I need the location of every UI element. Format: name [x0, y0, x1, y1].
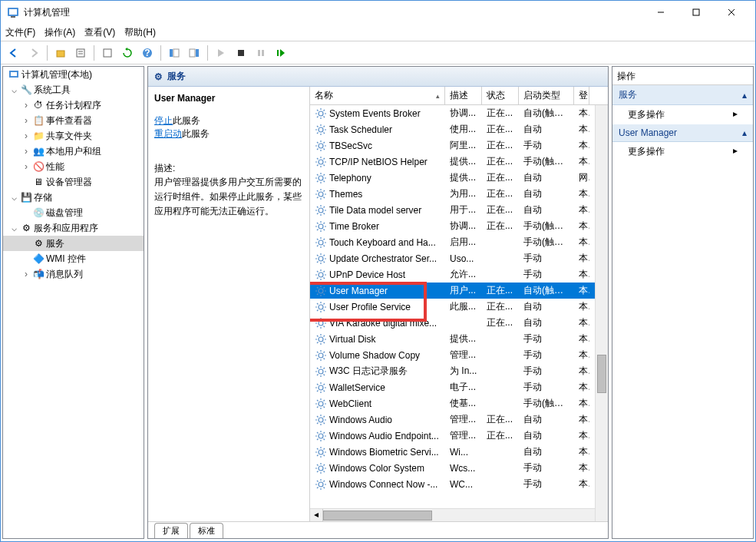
menu-help[interactable]: 帮助(H): [124, 26, 156, 39]
back-button[interactable]: [5, 45, 22, 61]
actions-section-services[interactable]: 服务 ▴: [612, 85, 753, 105]
svg-line-112: [317, 261, 319, 263]
expand-icon[interactable]: ›: [21, 115, 31, 126]
service-row[interactable]: Tile Data model server用于...正在...自动本: [310, 202, 608, 218]
svg-line-167: [324, 352, 325, 353]
service-row[interactable]: VIA Karaoke digital mixe...正在...自动本: [310, 315, 608, 331]
service-row[interactable]: WebClient使基...手动(触发...本: [310, 395, 608, 411]
start-service-button[interactable]: [213, 45, 229, 61]
col-logon[interactable]: 登: [574, 87, 589, 104]
forward-button[interactable]: [25, 45, 42, 61]
menu-view[interactable]: 查看(V): [84, 26, 115, 39]
service-status: 正在...: [482, 123, 519, 136]
stop-service-button[interactable]: [233, 45, 249, 61]
tree-svc-apps[interactable]: ⌵⚙服务和应用程序: [3, 220, 144, 236]
svg-line-174: [324, 374, 325, 375]
minimize-button[interactable]: [643, 1, 678, 24]
expand-icon[interactable]: ›: [21, 161, 31, 172]
tree-services[interactable]: ⚙服务: [3, 236, 144, 251]
svg-point-168: [319, 369, 323, 374]
tab-standard[interactable]: 标准: [190, 523, 223, 538]
service-name: Update Orchestrator Ser...: [329, 253, 437, 264]
service-row[interactable]: Windows Connect Now -...WC...手动本: [310, 476, 608, 492]
stop-link[interactable]: 停止: [154, 115, 173, 126]
svg-rect-11: [104, 49, 111, 57]
tree-disk-mgmt[interactable]: 💿磁盘管理: [3, 205, 144, 220]
show-hide-tree-button[interactable]: [166, 45, 183, 61]
service-logon: 本: [574, 461, 589, 474]
tree-sys-tools[interactable]: ⌵🔧系统工具: [3, 82, 144, 97]
restart-link[interactable]: 重启动: [154, 128, 182, 139]
horizontal-scrollbar[interactable]: ◂ ▸: [310, 508, 608, 521]
service-row[interactable]: W3C 日志记录服务为 In...手动本: [310, 363, 608, 379]
up-button[interactable]: [52, 45, 69, 61]
expand-icon[interactable]: ⌵: [9, 84, 18, 95]
tree-shared-folders[interactable]: ›📁共享文件夹: [3, 128, 144, 144]
service-row[interactable]: Windows Biometric Servi...Wi...自动本: [310, 444, 608, 460]
service-row[interactable]: Touch Keyboard and Ha...启用...手动(触发...本: [310, 234, 608, 250]
maximize-button[interactable]: [678, 1, 714, 24]
expand-icon[interactable]: ›: [21, 269, 31, 279]
col-status[interactable]: 状态: [482, 87, 519, 104]
service-row[interactable]: Windows Color SystemWcs...手动本: [310, 460, 608, 476]
tree-local-users[interactable]: ›👥本地用户和组: [3, 144, 144, 159]
properties-button[interactable]: [72, 45, 89, 61]
service-row[interactable]: Volume Shadow Copy管理...手动本: [310, 347, 608, 363]
service-desc: 管理...: [445, 349, 482, 362]
service-status: 正在...: [482, 300, 519, 313]
expand-icon[interactable]: ›: [21, 146, 31, 157]
service-name: Touch Keyboard and Ha...: [329, 237, 436, 248]
expand-icon[interactable]: ›: [21, 131, 31, 141]
svg-line-191: [317, 400, 319, 402]
service-row[interactable]: Update Orchestrator Ser...Uso...手动本: [310, 250, 608, 266]
service-row[interactable]: Virtual Disk提供...手动本: [310, 331, 608, 347]
service-row[interactable]: Task Scheduler使用...正在...自动本: [310, 121, 608, 137]
tree-performance[interactable]: ›🚫性能: [3, 159, 144, 174]
service-row[interactable]: Telephony提供...正在...自动网: [310, 170, 608, 186]
service-startup: 自动: [519, 429, 574, 442]
tree-event-viewer[interactable]: ›📋事件查看器: [3, 113, 144, 128]
service-desc: 用于...: [445, 203, 482, 216]
pause-service-button[interactable]: [253, 45, 269, 61]
tree-device-manager[interactable]: 🖥设备管理器: [3, 174, 144, 190]
show-hide-actions-button[interactable]: [186, 45, 203, 61]
vertical-scrollbar[interactable]: [595, 105, 608, 521]
col-name[interactable]: 名称▴: [310, 87, 445, 104]
tree-msmq[interactable]: ›📬消息队列: [3, 266, 144, 282]
service-row[interactable]: TBSecSvc阿里...正在...手动本: [310, 137, 608, 154]
close-button[interactable]: [714, 1, 749, 24]
actions-more-1[interactable]: 更多操作 ▸: [612, 105, 753, 124]
service-logon: 本: [574, 429, 589, 442]
actions-more-2[interactable]: 更多操作 ▸: [612, 142, 753, 161]
service-row[interactable]: Themes为用...正在...自动本: [310, 186, 608, 202]
tree-wmi[interactable]: 🔷WMI 控件: [3, 251, 144, 266]
restart-service-button[interactable]: [272, 45, 289, 61]
menu-action[interactable]: 操作(A): [45, 26, 75, 39]
service-row[interactable]: Windows Audio Endpoint...管理...正在...自动本: [310, 428, 608, 444]
menu-file[interactable]: 文件(F): [5, 26, 35, 39]
service-row[interactable]: Time Broker协调...正在...手动(触发...本: [310, 218, 608, 234]
tree-root[interactable]: 计算机管理(本地): [3, 67, 144, 82]
service-row[interactable]: User Profile Service此服...正在...自动本: [310, 299, 608, 315]
expand-icon[interactable]: ›: [21, 100, 31, 111]
expand-icon[interactable]: ⌵: [9, 192, 18, 203]
help-button[interactable]: ?: [139, 45, 156, 61]
service-row[interactable]: TCP/IP NetBIOS Helper提供...正在...手动(触发...本: [310, 154, 608, 170]
middle-pane: ⚙ 服务 User Manager 停止此服务 重启动此服务 描述: 用户管理器…: [147, 66, 609, 539]
service-row[interactable]: UPnP Device Host允许...手动本: [310, 266, 608, 283]
actions-section-usermanager[interactable]: User Manager ▴: [612, 124, 753, 142]
col-desc[interactable]: 描述: [445, 87, 482, 104]
service-row[interactable]: WalletService电子...手动本: [310, 379, 608, 395]
service-desc: 电子...: [445, 381, 482, 394]
service-row[interactable]: User Manager用户...正在...自动(触发...本: [310, 283, 608, 299]
tree-storage[interactable]: ⌵💾存储: [3, 190, 144, 205]
tab-extended[interactable]: 扩展: [154, 523, 188, 538]
export-button[interactable]: [99, 45, 116, 61]
expand-icon[interactable]: ⌵: [9, 223, 18, 233]
col-startup[interactable]: 启动类型: [519, 87, 574, 104]
service-row[interactable]: Windows Audio管理...正在...自动本: [310, 411, 608, 428]
svg-rect-19: [258, 50, 260, 56]
refresh-button[interactable]: [119, 45, 136, 61]
service-row[interactable]: System Events Broker协调...正在...自动(触发...本: [310, 105, 608, 121]
tree-task-scheduler[interactable]: ›⏱任务计划程序: [3, 97, 144, 113]
